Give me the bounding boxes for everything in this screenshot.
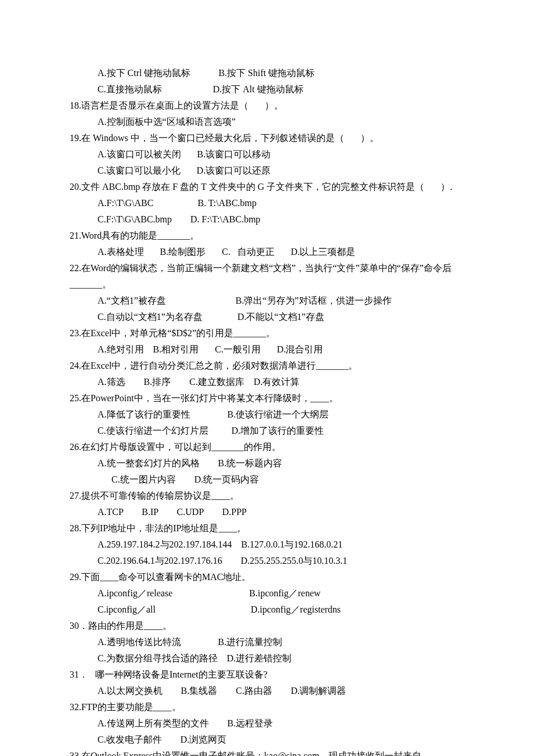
text-line: A.ipconfig／release B.ipconfig／renew: [70, 585, 464, 602]
text-line: A.统一整套幻灯片的风格 B.统一标题内容: [70, 455, 464, 471]
text-line: 27.提供不可靠传输的传输层协议是____。: [70, 488, 464, 504]
text-line: 30．路由的作用是____。: [70, 618, 464, 634]
text-line: C.使该行缩进一个幻灯片层 D.增加了该行的重要性: [70, 423, 464, 439]
text-line: A.传送网上所有类型的文件 B.远程登录: [70, 715, 464, 732]
text-line: A.筛选 B.排序 C.建立数据库 D.有效计算: [70, 374, 464, 390]
text-line: C.统一图片内容 D.统一页码内容: [70, 471, 464, 488]
text-line: A.“文档1”被存盘 B.弹出“另存为”对话框，供进一步操作: [70, 293, 464, 309]
content-container: A.按下 Ctrl 键拖动鼠标 B.按下 Shift 键拖动鼠标C.直接拖动鼠标…: [70, 65, 464, 756]
text-line: A.F:\T\G\ABC B. T:\ABC.bmp: [70, 195, 464, 211]
text-line: 29.下面____命令可以查看网卡的MAC地址。: [70, 569, 464, 585]
text-line: A.透明地传送比特流 B.进行流量控制: [70, 634, 464, 650]
text-line: 19.在 Windows 中，当一个窗口已经最大化后，下列叙述错误的是（ ）。: [70, 130, 464, 146]
text-line: C.直接拖动鼠标 D.按下 Alt 键拖动鼠标: [70, 81, 464, 98]
text-line: C.收发电子邮件 D.浏览网页: [70, 732, 464, 748]
text-line: A.259.197.184.2与202.197.184.144 B.127.0.…: [70, 537, 464, 553]
text-line: C.该窗口可以最小化 D.该窗口可以还原: [70, 163, 464, 179]
text-line: 21.Word具有的功能是_______。: [70, 228, 464, 244]
text-line: 24.在Excel中，进行自动分类汇总之前，必须对数据清单进行_______。: [70, 358, 464, 374]
text-line: A.表格处理 B.绘制图形 C. 自动更正 D.以上三项都是: [70, 244, 464, 260]
text-line: C.F:\T\G\ABC.bmp D. F:\T:\ABC.bmp: [70, 211, 464, 228]
text-line: 33.在Outlook Express中设置惟一电子邮件账号：kao@sina.…: [70, 748, 464, 756]
text-line: A.控制面板中选“区域和语言选项”: [70, 114, 464, 130]
text-line: A.降低了该行的重要性 B.使该行缩进一个大纲层: [70, 406, 464, 423]
text-line: 25.在PowerPoint中，当在一张幻灯片中将某文本行降级时，____。: [70, 390, 464, 406]
text-line: 32.FTP的主要功能是____。: [70, 699, 464, 715]
text-line: 23.在Excel中，对单元格“$D$2”的引用是_______。: [70, 325, 464, 341]
text-line: 26.在幻灯片母版设置中，可以起到_______的作用。: [70, 439, 464, 455]
text-line: 22.在Word的编辑状态，当前正编辑一个新建文档“文档”，当执行“文件”菜单中…: [70, 260, 464, 293]
text-line: C.ipconfig／all D.ipconfig／registerdns: [70, 602, 464, 618]
text-line: C.自动以“文档1”为名存盘 D.不能以“文档1”存盘: [70, 309, 464, 325]
text-line: C.202.196.64.1与202.197.176.16 D.255.255.…: [70, 553, 464, 569]
text-line: 31． 哪一种网络设备是Internet的主要互联设备?: [70, 667, 464, 683]
text-line: A.以太网交换机 B.集线器 C.路由器 D.调制解调器: [70, 683, 464, 699]
text-line: A.该窗口可以被关闭 B.该窗口可以移动: [70, 146, 464, 163]
text-line: C.为数据分组寻找合适的路径 D.进行差错控制: [70, 650, 464, 667]
text-line: 18.语言栏是否显示在桌面上的设置方法是（ ）。: [70, 98, 464, 114]
text-line: 28.下列IP地址中，非法的IP地址组是____。: [70, 520, 464, 537]
document-page: A.按下 Ctrl 键拖动鼠标 B.按下 Shift 键拖动鼠标C.直接拖动鼠标…: [0, 0, 534, 756]
text-line: A.绝对引用 B.相对引用 C.一般引用 D.混合引用: [70, 341, 464, 358]
text-line: 20.文件 ABC.bmp 存放在 F 盘的 T 文件夹中的 G 子文件夹下，它…: [70, 179, 464, 195]
text-line: A.按下 Ctrl 键拖动鼠标 B.按下 Shift 键拖动鼠标: [70, 65, 464, 81]
text-line: A.TCP B.IP C.UDP D.PPP: [70, 504, 464, 520]
